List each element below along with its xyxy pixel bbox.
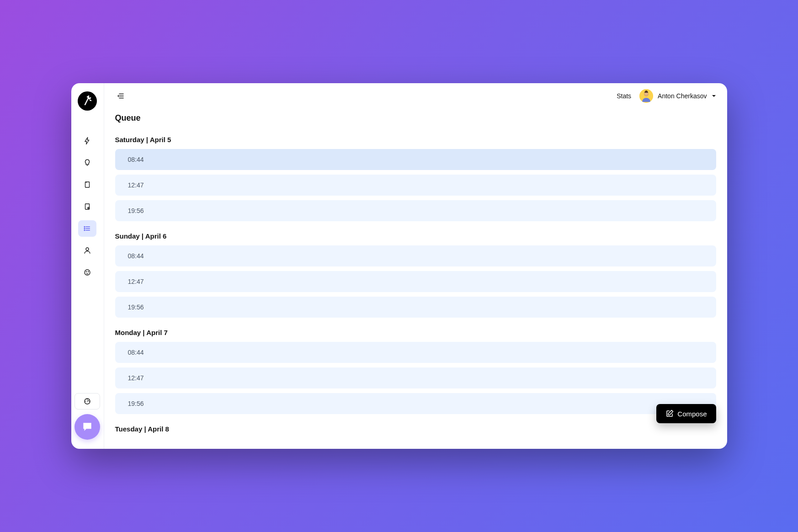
app-logo[interactable] (78, 91, 97, 111)
svg-point-5 (84, 230, 85, 231)
day-heading: Tuesday | April 8 (115, 425, 716, 433)
nav-face-icon[interactable] (78, 264, 96, 281)
svg-point-9 (88, 271, 89, 272)
svg-rect-0 (85, 182, 90, 187)
compose-label: Compose (677, 410, 707, 418)
app-window: Stats Anton Cherkasov (71, 83, 727, 449)
user-name: Anton Cherkasov (658, 92, 707, 100)
main-panel: Stats Anton Cherkasov (104, 83, 727, 449)
face-icon (83, 268, 91, 277)
queue-slot[interactable]: 12:47 (115, 367, 716, 388)
svg-point-2 (88, 207, 89, 209)
day-group: Tuesday | April 8 (115, 425, 716, 433)
sidebar (71, 83, 104, 449)
svg-point-3 (84, 227, 85, 228)
nav-bulb-icon[interactable] (78, 154, 96, 171)
chat-button[interactable] (74, 414, 100, 440)
queue-slot[interactable]: 08:44 (115, 245, 716, 266)
person-icon (83, 246, 91, 255)
day-group: Monday | April 708:4412:4719:56 (115, 329, 716, 414)
svg-point-8 (86, 271, 86, 272)
queue-slot[interactable]: 19:56 (115, 393, 716, 414)
nav-person-icon[interactable] (78, 242, 96, 259)
queue-slot[interactable]: 19:56 (115, 200, 716, 221)
day-group: Sunday | April 608:4412:4719:56 (115, 232, 716, 318)
queue-slot[interactable]: 08:44 (115, 149, 716, 170)
queue-slot[interactable]: 12:47 (115, 271, 716, 292)
svg-point-6 (86, 248, 89, 250)
topbar: Stats Anton Cherkasov (104, 83, 727, 109)
page-title: Queue (115, 113, 716, 123)
nav-list-icon[interactable] (78, 220, 96, 237)
queue-slot[interactable]: 12:47 (115, 175, 716, 196)
compose-icon (665, 410, 674, 418)
chevron-down-icon (712, 94, 716, 98)
nav-bookmark-icon[interactable] (78, 198, 96, 215)
content: Queue Saturday | April 508:4412:4719:56S… (104, 109, 727, 449)
compose-button[interactable]: Compose (656, 404, 716, 423)
nav-note-icon[interactable] (78, 176, 96, 193)
avatar (639, 89, 653, 103)
svg-point-7 (85, 270, 90, 275)
stats-link[interactable]: Stats (617, 92, 631, 100)
queue-slot[interactable]: 19:56 (115, 297, 716, 318)
day-heading: Monday | April 7 (115, 329, 716, 336)
lightning-icon (83, 137, 91, 145)
svg-point-4 (84, 228, 85, 229)
user-menu[interactable]: Anton Cherkasov (639, 89, 716, 103)
sidebar-bottom (71, 393, 104, 440)
day-group: Saturday | April 508:4412:4719:56 (115, 136, 716, 221)
nav-lightning-icon[interactable] (78, 133, 96, 149)
day-heading: Sunday | April 6 (115, 232, 716, 240)
list-icon (83, 224, 91, 233)
sidebar-toggle-button[interactable] (115, 90, 126, 101)
bookmark-icon (83, 202, 91, 211)
note-icon (83, 181, 91, 189)
day-heading: Saturday | April 5 (115, 136, 716, 144)
bulb-icon (83, 159, 91, 167)
queue-slot[interactable]: 08:44 (115, 342, 716, 363)
dashboard-tool-button[interactable] (74, 393, 100, 410)
